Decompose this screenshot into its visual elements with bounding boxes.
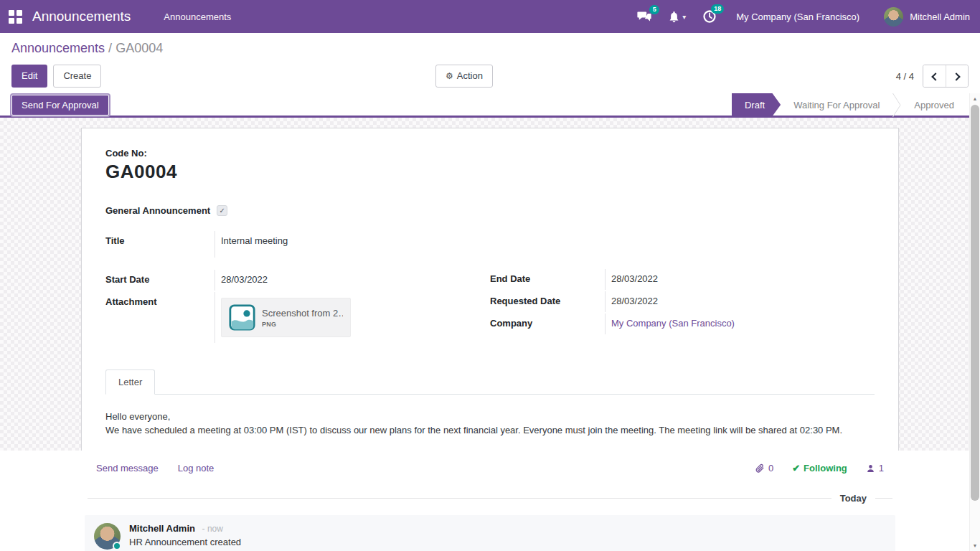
requested-date-label: Requested Date xyxy=(490,291,605,306)
chatter-message: Mitchell Admin - now HR Announcement cre… xyxy=(85,515,895,551)
edit-button[interactable]: Edit xyxy=(11,65,47,88)
activities-menu-button[interactable]: 18 xyxy=(703,10,716,23)
online-status-dot xyxy=(113,542,121,550)
pager-value: 4 / 4 xyxy=(896,71,914,82)
breadcrumb-current: GA0004 xyxy=(116,41,163,55)
date-divider-label: Today xyxy=(831,493,875,504)
form-statusbar: Send For Approval Draft Waiting For Appr… xyxy=(0,94,980,118)
form-view-background: Code No: GA0004 General Announcement ✓ T… xyxy=(0,118,980,451)
menu-item-announcements[interactable]: Announcements xyxy=(164,11,231,22)
message-body: HR Announcement created xyxy=(129,537,241,547)
scrollbar-thumb[interactable] xyxy=(971,105,979,501)
general-announcement-label: General Announcement xyxy=(105,205,210,216)
gear-icon: ⚙ xyxy=(446,71,453,81)
user-name: Mitchell Admin xyxy=(910,11,970,22)
messages-count-badge: 5 xyxy=(649,5,659,14)
form-sheet: Code No: GA0004 General Announcement ✓ T… xyxy=(81,128,899,471)
create-button[interactable]: Create xyxy=(53,65,101,88)
start-date-label: Start Date xyxy=(105,270,215,285)
paperclip-icon xyxy=(755,463,765,474)
control-panel: Announcements / GA0004 Edit Create ⚙Acti… xyxy=(0,33,980,94)
status-step-waiting-for-approval[interactable]: Waiting For Approval xyxy=(781,93,892,117)
chatter: Send message Log note 0 ✔ Following xyxy=(0,451,980,551)
messages-menu-button[interactable]: 5 xyxy=(637,11,651,22)
user-avatar xyxy=(884,7,903,27)
log-note-button[interactable]: Log note xyxy=(178,463,215,474)
pager-next-button[interactable] xyxy=(946,65,968,87)
title-label: Title xyxy=(105,231,215,246)
followers-count: 1 xyxy=(879,463,884,474)
tab-letter[interactable]: Letter xyxy=(105,369,155,395)
status-step-draft[interactable]: Draft xyxy=(732,93,781,117)
status-steps: Draft Waiting For Approval Approved xyxy=(732,93,967,117)
requested-date-value: 28/03/2022 xyxy=(605,291,875,312)
caret-down-icon: ▾ xyxy=(682,13,686,21)
message-author-avatar[interactable] xyxy=(94,523,121,550)
start-date-value: 28/03/2022 xyxy=(215,270,490,291)
attachment-card[interactable]: Screenshot from 20… PNG xyxy=(221,298,351,337)
attachment-file-type: PNG xyxy=(262,321,343,328)
company-switcher[interactable]: My Company (San Francisco) xyxy=(736,11,859,22)
image-file-icon xyxy=(229,304,255,331)
breadcrumb-parent-link[interactable]: Announcements xyxy=(11,41,105,55)
app-brand-title[interactable]: Announcements xyxy=(32,9,131,24)
fields-right-column: End Date 28/03/2022 Requested Date 28/03… xyxy=(490,231,875,343)
top-navbar: Announcements Announcements 5 ▾ xyxy=(0,0,980,33)
attachments-count: 0 xyxy=(768,463,773,474)
message-author-name[interactable]: Mitchell Admin xyxy=(129,523,195,534)
letter-line: We have scheduled a meeting at 03:00 PM … xyxy=(105,424,875,438)
letter-content: Hello everyone, We have scheduled a meet… xyxy=(105,395,875,456)
breadcrumb: Announcements / GA0004 xyxy=(11,41,969,56)
activities-count-badge: 18 xyxy=(711,4,724,14)
scroll-down-arrow-icon[interactable]: ▼ xyxy=(970,543,980,548)
apps-grid-icon[interactable] xyxy=(9,10,22,24)
breadcrumb-separator: / xyxy=(108,41,112,55)
message-timestamp: - now xyxy=(202,524,223,534)
scroll-up-arrow-icon[interactable]: ▲ xyxy=(970,96,980,101)
send-message-button[interactable]: Send message xyxy=(96,463,159,474)
date-divider: Today xyxy=(85,493,895,504)
company-value-link[interactable]: My Company (San Francisco) xyxy=(605,314,875,334)
attachment-file-name: Screenshot from 20… xyxy=(262,308,343,319)
chevron-left-icon xyxy=(931,72,939,80)
send-for-approval-button[interactable]: Send For Approval xyxy=(11,95,109,116)
followers-counter-button[interactable]: 1 xyxy=(866,463,884,474)
code-no-label: Code No: xyxy=(105,148,875,159)
bell-icon xyxy=(669,11,679,23)
following-button[interactable]: ✔ Following xyxy=(792,463,847,474)
status-step-separator xyxy=(892,93,901,117)
person-icon xyxy=(866,463,875,474)
end-date-label: End Date xyxy=(490,269,605,284)
vertical-scrollbar[interactable]: ▲ ▼ xyxy=(969,93,980,551)
general-announcement-checkbox[interactable]: ✓ xyxy=(217,205,227,216)
pager-previous-button[interactable] xyxy=(923,65,946,87)
notebook-tabs: Letter xyxy=(105,369,875,395)
code-no-value: GA0004 xyxy=(105,161,875,183)
attachment-label: Attachment xyxy=(105,292,215,307)
end-date-value: 28/03/2022 xyxy=(605,269,875,290)
chevron-right-icon xyxy=(952,72,960,80)
attachments-counter-button[interactable]: 0 xyxy=(755,463,773,474)
comments-icon xyxy=(637,11,651,22)
check-icon: ✔ xyxy=(792,463,800,474)
action-menu-button[interactable]: ⚙Action xyxy=(435,65,493,88)
user-menu[interactable]: Mitchell Admin xyxy=(884,7,970,27)
following-label: Following xyxy=(804,463,847,474)
company-label: Company xyxy=(490,314,605,329)
notifications-menu-button[interactable]: ▾ xyxy=(669,11,686,23)
letter-line: Hello everyone, xyxy=(105,410,875,424)
status-step-approved[interactable]: Approved xyxy=(901,93,967,117)
title-value: Internal meeting xyxy=(215,231,490,258)
fields-left-column: Title Internal meeting Start Date 28/03/… xyxy=(105,231,490,343)
